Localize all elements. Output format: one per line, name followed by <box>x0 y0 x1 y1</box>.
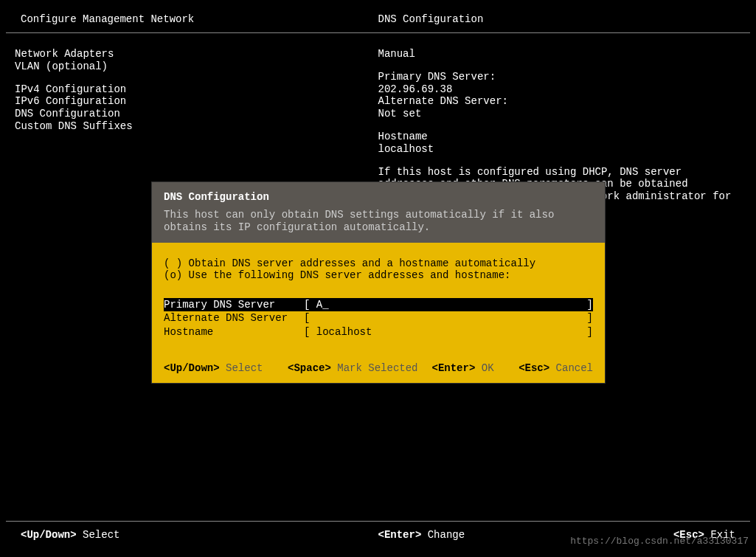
action-select: Select <box>226 362 263 374</box>
field-alternate-label: Alternate DNS Server <box>164 311 304 325</box>
bracket: ] <box>587 325 593 339</box>
menu-ipv4[interactable]: IPv4 Configuration <box>15 83 378 96</box>
dialog-title: DNS Configuration <box>164 191 593 203</box>
radio-manual[interactable]: (o) Use the following DNS server address… <box>164 269 593 282</box>
field-primary-dns[interactable]: Primary DNS Server [ A_ ] <box>164 298 593 311</box>
key-updown: <Up/Down> <box>164 362 220 374</box>
bracket: ] <box>587 298 593 311</box>
info-primary-label: Primary DNS Server: <box>378 71 742 83</box>
header-right-title: DNS Configuration <box>378 13 736 25</box>
footer-key-enter: <Enter> <box>378 529 422 541</box>
bracket: ] <box>587 311 593 325</box>
radio-auto[interactable]: ( ) Obtain DNS server addresses and a ho… <box>164 257 593 270</box>
action-cancel[interactable]: Cancel <box>556 362 593 374</box>
dialog-footer: <Up/Down> Select <Space> Mark Selected <… <box>152 340 605 383</box>
field-hostname-value[interactable]: localhost <box>310 325 586 339</box>
bracket: [ <box>304 311 310 325</box>
watermark: https://blog.csdn.net/a33130317 <box>570 536 749 547</box>
field-alternate-dns[interactable]: Alternate DNS Server [ ] <box>164 311 593 325</box>
info-primary-value: 202.96.69.38 <box>378 83 742 96</box>
dialog-description: This host can only obtain DNS settings a… <box>164 209 593 234</box>
field-hostname[interactable]: Hostname [ localhost ] <box>164 325 593 339</box>
field-primary-label: Primary DNS Server <box>164 298 304 311</box>
key-enter: <Enter> <box>432 362 476 374</box>
key-esc: <Esc> <box>519 362 549 374</box>
field-primary-value[interactable]: A_ <box>310 298 586 311</box>
bracket: [ <box>304 298 310 311</box>
info-hostname-value: localhost <box>378 143 742 156</box>
info-manual: Manual <box>378 48 742 60</box>
header-left-title: Configure Management Network <box>21 13 378 25</box>
menu-ipv6[interactable]: IPv6 Configuration <box>15 95 378 108</box>
menu-vlan[interactable]: VLAN (optional) <box>15 60 378 73</box>
footer-action-change: Change <box>428 529 465 541</box>
info-hostname-label: Hostname <box>378 131 742 143</box>
action-mark: Mark Selected <box>337 362 417 374</box>
dns-config-dialog: DNS Configuration This host can only obt… <box>151 181 606 384</box>
footer-action-select: Select <box>83 529 119 541</box>
field-hostname-label: Hostname <box>164 325 304 339</box>
key-space: <Space> <box>288 362 331 374</box>
bracket: [ <box>304 325 310 339</box>
action-ok[interactable]: OK <box>482 362 494 374</box>
menu-network-adapters[interactable]: Network Adapters <box>15 48 378 60</box>
info-alternate-label: Alternate DNS Server: <box>378 95 742 108</box>
menu-dns[interactable]: DNS Configuration <box>15 108 378 120</box>
menu-custom-dns[interactable]: Custom DNS Suffixes <box>15 120 378 133</box>
info-alternate-value: Not set <box>378 108 742 120</box>
footer-key-updown: <Up/Down> <box>21 529 77 541</box>
field-alternate-value[interactable] <box>310 311 586 325</box>
